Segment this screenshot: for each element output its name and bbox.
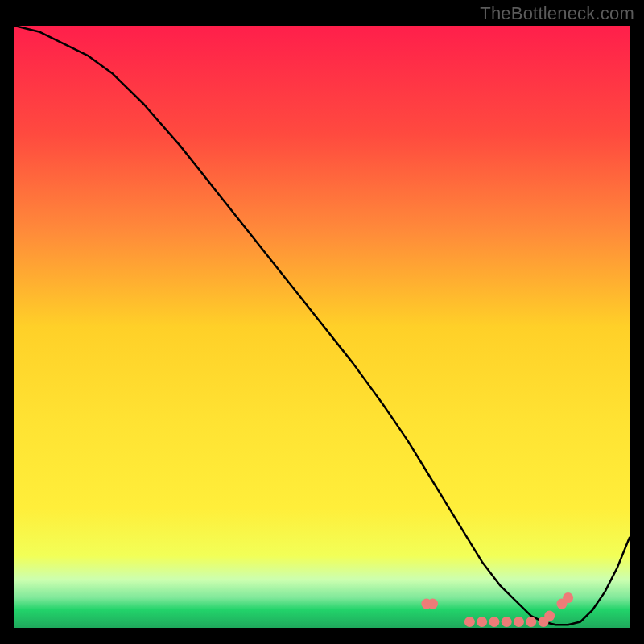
marker-dot	[502, 617, 512, 627]
chart-svg	[14, 26, 630, 628]
marker-dot	[464, 617, 475, 627]
gradient-bg	[14, 26, 630, 628]
marker-dot	[526, 617, 536, 627]
marker-dot	[489, 617, 499, 627]
chart-root: TheBottleneck.com	[0, 0, 644, 644]
marker-dot	[427, 599, 438, 609]
marker-dot	[477, 617, 487, 627]
marker-dot	[544, 611, 555, 621]
plot-area	[14, 26, 630, 628]
marker-dot	[563, 592, 573, 603]
watermark-label: TheBottleneck.com	[480, 3, 634, 24]
marker-dot	[514, 617, 524, 627]
